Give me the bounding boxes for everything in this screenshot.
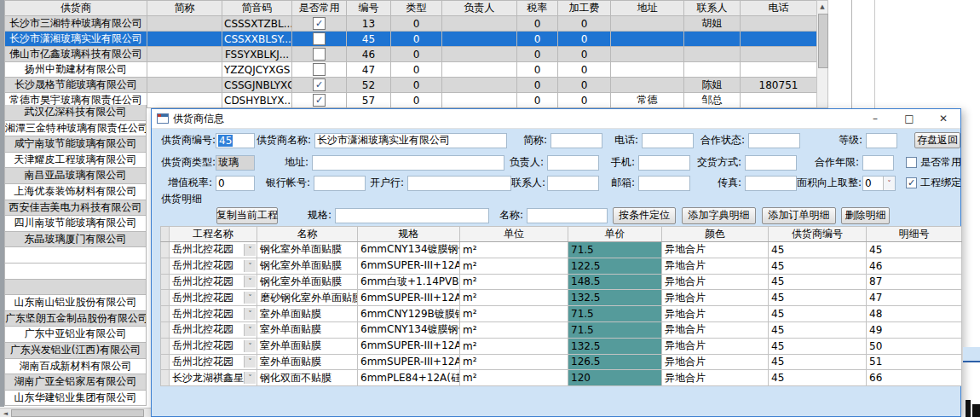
supplier-list-item[interactable]: 广东中亚铝业有限公司 xyxy=(4,327,147,343)
area-round-combo[interactable]: 0˅ xyxy=(862,176,896,191)
detail-row[interactable]: 岳州北控花园˅室外单面贴膜6mmCNY129B镀膜钢化m²71.5异地合片454… xyxy=(161,306,962,322)
project-combo[interactable]: 岳州北控花园˅ xyxy=(170,290,257,306)
price-cell[interactable]: 71.5 xyxy=(568,306,662,322)
price-cell[interactable]: 120 xyxy=(568,370,662,386)
name-cell[interactable]: 钢化室外单面贴膜 xyxy=(257,242,358,258)
supplier-list-item[interactable]: 山东华建铝业集团有限公司 xyxy=(4,391,147,407)
color-cell[interactable]: 异地合片 xyxy=(662,370,769,386)
row-header[interactable] xyxy=(161,274,170,290)
column-header[interactable]: 是否常用 xyxy=(292,1,347,16)
supplier-row[interactable]: 长沙市三湘特种玻璃有限公司CSSSXTZBL...✓13000胡姐 xyxy=(5,16,817,32)
detail-row[interactable]: 岳州北控花园˅钢化室外单面贴膜6mm白玻+1.14PVB+6mm...m²148… xyxy=(161,274,962,290)
detail-no-cell[interactable]: 46 xyxy=(867,258,962,274)
supplier-list-item[interactable] xyxy=(4,280,147,296)
unit-cell[interactable]: m² xyxy=(460,354,568,370)
supplier-list-item[interactable]: 天津耀皮工程玻璃有限公司 xyxy=(4,153,147,169)
project-combo[interactable]: 长沙龙湖祺鑫星座˅ xyxy=(170,370,257,386)
grade-input[interactable] xyxy=(866,133,897,148)
detail-no-cell[interactable]: 45 xyxy=(867,242,962,258)
email-input[interactable] xyxy=(638,176,690,191)
row-header[interactable] xyxy=(161,242,170,258)
checkbox-icon[interactable] xyxy=(313,32,326,45)
supplier-type-input[interactable]: 玻璃 xyxy=(216,155,255,171)
supplier-list-item[interactable]: 武汉亿深科技有限公司 xyxy=(4,105,147,121)
supplier-no-cell[interactable]: 45 xyxy=(769,274,867,290)
unit-cell[interactable]: m² xyxy=(460,242,568,258)
price-cell[interactable]: 71.5 xyxy=(568,242,662,258)
detail-no-cell[interactable]: 50 xyxy=(867,338,962,354)
detail-row[interactable]: 岳州北控花园˅室外单面贴膜6mmCNY134镀膜钢化m²71.5异地合片4549 xyxy=(161,321,962,338)
project-combo[interactable]: 岳州北控花园˅ xyxy=(170,274,257,290)
color-cell[interactable]: 异地合片 xyxy=(662,354,769,370)
project-combo[interactable]: 岳州北控花园˅ xyxy=(170,354,257,370)
supplier-no-cell[interactable]: 45 xyxy=(769,290,867,306)
name-cell[interactable]: 室外单面贴膜 xyxy=(257,354,358,370)
price-cell[interactable]: 148.5 xyxy=(568,274,662,290)
grid-column-header[interactable]: 单位 xyxy=(460,227,568,242)
supplier-no-cell[interactable]: 45 xyxy=(769,321,867,338)
column-header[interactable]: 简音码 xyxy=(222,1,292,16)
name-cell[interactable]: 磨砂钢化室外单面贴膜 xyxy=(257,290,358,306)
close-button[interactable]: ✕ xyxy=(926,109,960,128)
grid-column-header[interactable]: 规格 xyxy=(358,227,460,242)
unit-cell[interactable]: m² xyxy=(460,321,568,338)
color-cell[interactable]: 异地合片 xyxy=(662,338,769,354)
chevron-down-icon[interactable]: ˅ xyxy=(244,292,256,304)
grid-column-header[interactable]: 颜色 xyxy=(662,227,769,242)
delivery-input[interactable] xyxy=(745,155,797,171)
column-header[interactable]: 负责人 xyxy=(442,1,517,16)
dialog-titlebar[interactable]: 供货商信息 – □ ✕ xyxy=(152,109,960,129)
project-combo[interactable]: 岳州北控花园˅ xyxy=(170,242,257,258)
contact-input[interactable] xyxy=(547,176,599,191)
supplier-list-item[interactable]: 上海优泰装饰材料有限公司 xyxy=(4,184,147,200)
supplier-no-cell[interactable]: 45 xyxy=(769,338,867,354)
supplier-row[interactable]: 佛山市亿鑫玻璃科技有限公司FSSYXBLKJ...46000 xyxy=(5,47,817,62)
horizontal-scrollbar[interactable]: ◄ xyxy=(0,408,151,417)
checkbox-icon[interactable]: ✓ xyxy=(313,78,326,91)
spec-filter-input[interactable] xyxy=(335,208,489,223)
supplier-list-item[interactable]: 南昌亚晶玻璃有限公司 xyxy=(4,168,147,184)
supplier-name-input[interactable]: 长沙市潇湘玻璃实业有限公司 xyxy=(314,133,507,148)
detail-row[interactable]: 岳州北控花园˅钢化室外单面贴膜6mmSUPER-III+12A(硅...m²12… xyxy=(161,258,962,274)
spec-cell[interactable]: 6mmCNY134镀膜钢化 xyxy=(358,242,460,258)
grid-column-header[interactable]: 名称 xyxy=(257,227,358,242)
minimize-button[interactable]: – xyxy=(858,109,892,128)
supplier-list-item[interactable]: 广东坚朗五金制品股份有限公司 xyxy=(4,311,147,327)
chevron-down-icon[interactable]: ˅ xyxy=(244,340,256,352)
row-header[interactable] xyxy=(161,354,170,370)
row-header[interactable] xyxy=(161,290,170,306)
project-combo[interactable]: 岳州北控花园˅ xyxy=(170,306,257,322)
supplier-list-item[interactable]: 四川南玻节能玻璃有限公司 xyxy=(4,216,147,232)
column-header[interactable]: 类型 xyxy=(391,1,442,16)
checkbox-icon[interactable]: ✓ xyxy=(313,94,326,107)
price-cell[interactable]: 126.5 xyxy=(568,354,662,370)
chevron-down-icon[interactable]: ˅ xyxy=(244,260,256,272)
supplier-no-cell[interactable]: 45 xyxy=(769,306,867,322)
price-cell[interactable]: 122.5 xyxy=(568,258,662,274)
color-cell[interactable]: 异地合片 xyxy=(662,306,769,322)
supplier-no-input[interactable]: 45 xyxy=(216,133,255,148)
save-return-button[interactable]: 存盘返回 xyxy=(914,132,960,148)
column-header[interactable]: 编号 xyxy=(347,1,391,16)
grid-column-header[interactable]: 单价 xyxy=(568,227,662,242)
row-header[interactable] xyxy=(161,321,170,338)
supplier-no-cell[interactable]: 45 xyxy=(769,258,867,274)
unit-cell[interactable]: m² xyxy=(460,290,568,306)
grid-column-header[interactable]: 工程名称 xyxy=(170,227,257,242)
manager-input[interactable] xyxy=(547,155,599,171)
column-header[interactable]: 电话 xyxy=(741,1,817,16)
name-cell[interactable]: 室外单面贴膜 xyxy=(257,338,358,354)
detail-row[interactable]: 岳州北控花园˅室外单面贴膜6mmSUPER-III+12A(硅...m²132.… xyxy=(161,338,962,354)
name-cell[interactable]: 室外单面贴膜 xyxy=(257,306,358,322)
delete-detail-button[interactable]: 删除明细 xyxy=(841,207,890,224)
supplier-list-item[interactable] xyxy=(4,247,147,264)
supplier-list-item[interactable]: 广东兴发铝业(江西)有限公司 xyxy=(4,343,147,359)
vat-input[interactable]: 0 xyxy=(216,176,255,191)
spec-cell[interactable]: 6mmSUPER-III+12A(硅... xyxy=(358,258,460,274)
supplier-row[interactable]: 长沙市潇湘玻璃实业有限公司CSSXXBLSY...45000 xyxy=(5,32,817,47)
row-header[interactable] xyxy=(161,338,170,354)
supplier-list-item[interactable]: 西安佳吉美电力科技有限公司 xyxy=(4,200,147,217)
spec-cell[interactable]: 6mmSUPER-III+12A(硅... xyxy=(358,354,460,370)
detail-row[interactable]: 岳州北控花园˅钢化室外单面贴膜6mmCNY134镀膜钢化m²71.5异地合片45… xyxy=(161,242,962,258)
supplier-list-item[interactable] xyxy=(4,264,147,280)
